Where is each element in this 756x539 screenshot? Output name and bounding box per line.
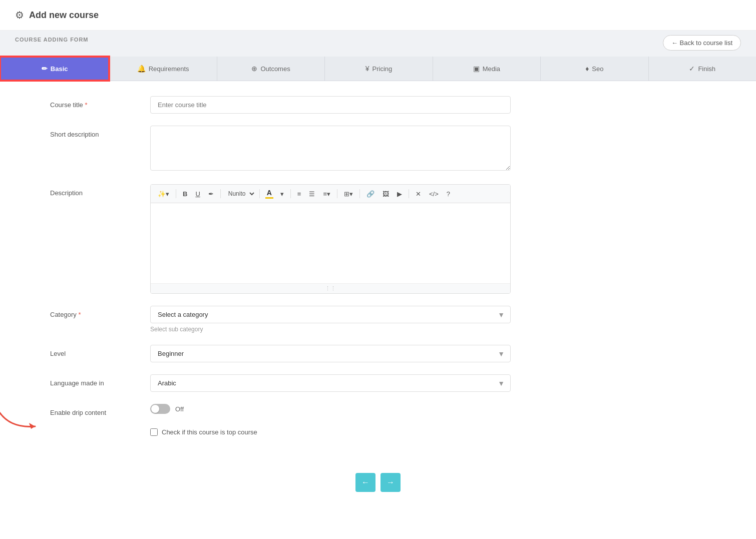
top-bar: ⚙ Add new course: [0, 0, 756, 31]
language-select-wrapper: Arabic English French ▼: [150, 374, 511, 392]
toolbar-sep-1: [176, 189, 176, 198]
toolbar-media-btn[interactable]: ▶: [394, 188, 405, 200]
toolbar-color-arrow-btn[interactable]: ▾: [277, 188, 287, 200]
toolbar-source-btn[interactable]: </>: [426, 188, 442, 200]
course-title-row: Course title *: [50, 96, 586, 114]
toolbar-bold-btn[interactable]: B: [180, 188, 190, 200]
short-description-input[interactable]: [150, 126, 511, 171]
tab-seo-label: Seo: [592, 65, 603, 73]
tab-pricing[interactable]: ¥ Pricing: [325, 57, 433, 81]
toolbar-help-btn[interactable]: ?: [444, 188, 453, 200]
drip-toggle-label: Off: [175, 405, 184, 413]
toolbar-magic-btn[interactable]: ✨▾: [155, 188, 172, 200]
toolbar-link-btn[interactable]: 🔗: [363, 188, 377, 200]
media-icon: ▣: [473, 65, 480, 73]
rich-resize-handle[interactable]: ⋮⋮: [151, 283, 510, 293]
category-field: Select a category ▼ Select sub category: [150, 306, 511, 333]
tab-outcomes-label: Outcomes: [260, 65, 290, 73]
toolbar-sep-2: [220, 189, 221, 198]
language-select[interactable]: Arabic English French: [150, 374, 511, 392]
tab-basic[interactable]: ✏ Basic: [0, 57, 109, 81]
rich-toolbar: ✨▾ B U ✒ Nunito A ▾ ≡: [151, 185, 510, 203]
tab-requirements-label: Requirements: [149, 65, 189, 73]
language-field: Arabic English French ▼: [150, 374, 511, 392]
outcomes-icon: ⊕: [251, 65, 257, 73]
required-marker-cat: *: [78, 311, 81, 318]
prev-nav-icon: ←: [361, 478, 369, 487]
drip-content-toggle[interactable]: [150, 404, 170, 414]
tab-outcomes[interactable]: ⊕ Outcomes: [217, 57, 325, 81]
seo-icon: ♦: [585, 65, 589, 73]
prev-nav-button[interactable]: ←: [355, 473, 375, 492]
level-label: Level: [50, 345, 150, 357]
bottom-nav-buttons: ← →: [0, 463, 756, 507]
course-icon: ⚙: [15, 9, 24, 21]
level-select[interactable]: Beginner Intermediate Advanced: [150, 345, 511, 362]
level-select-wrapper: Beginner Intermediate Advanced ▼: [150, 345, 511, 362]
toolbar-image-btn[interactable]: 🖼: [380, 188, 392, 200]
toolbar-table-btn[interactable]: ⊞▾: [341, 188, 356, 200]
toolbar-underline-btn[interactable]: U: [192, 188, 203, 200]
required-marker: *: [85, 101, 87, 109]
tab-requirements[interactable]: 🔔 Requirements: [109, 57, 217, 81]
rich-editor-content[interactable]: [151, 203, 510, 283]
description-label: Description: [50, 184, 150, 197]
rich-editor: ✨▾ B U ✒ Nunito A ▾ ≡: [150, 184, 511, 294]
toolbar-sep-3: [259, 189, 260, 198]
toolbar-sep-6: [359, 189, 360, 198]
back-to-course-list-button[interactable]: ← Back to course list: [663, 35, 741, 51]
toolbar-ol-btn[interactable]: ☰: [306, 188, 318, 200]
toolbar-color-btn[interactable]: A: [263, 188, 275, 200]
page-title: Add new course: [29, 10, 99, 21]
category-label: Category *: [50, 306, 150, 318]
drip-toggle-row: Off: [150, 404, 511, 414]
top-course-checkbox[interactable]: [150, 428, 158, 436]
drip-content-label: Enable drip content: [50, 404, 150, 416]
next-nav-icon: →: [387, 478, 395, 487]
tab-media-label: Media: [483, 65, 500, 73]
short-description-label: Short description: [50, 126, 150, 138]
course-title-input[interactable]: [150, 96, 511, 114]
language-label: Language made in: [50, 374, 150, 387]
toolbar-ul-btn[interactable]: ≡: [294, 188, 304, 200]
category-select-wrapper: Select a category ▼: [150, 306, 511, 323]
top-course-row: Check if this course is top course: [50, 428, 586, 436]
toolbar-fullscreen-btn[interactable]: ✕: [413, 188, 424, 200]
tab-seo[interactable]: ♦ Seo: [541, 57, 648, 81]
toolbar-pen-btn[interactable]: ✒: [205, 188, 217, 200]
finish-icon: ✓: [689, 65, 695, 73]
next-nav-button[interactable]: →: [381, 473, 401, 492]
course-title-field: [150, 96, 511, 114]
annotation-arrow: [0, 399, 50, 434]
course-title-label: Course title *: [50, 96, 150, 109]
drip-content-field: Off: [150, 404, 511, 414]
drip-content-row: Enable drip content Off: [50, 404, 586, 416]
short-description-row: Short description: [50, 126, 586, 172]
tab-pricing-label: Pricing: [372, 65, 393, 73]
top-course-label-spacer: [50, 428, 150, 433]
toolbar-sep-7: [409, 189, 409, 198]
pricing-icon: ¥: [365, 65, 369, 73]
section-header-bar: COURSE ADDING FORM ← Back to course list: [0, 31, 756, 57]
tab-finish[interactable]: ✓ Finish: [649, 57, 756, 81]
language-row: Language made in Arabic English French ▼: [50, 374, 586, 392]
top-course-field: Check if this course is top course: [150, 428, 511, 436]
top-course-checkbox-label: Check if this course is top course: [162, 428, 257, 436]
top-course-checkbox-row: Check if this course is top course: [150, 428, 511, 436]
basic-icon: ✏: [42, 65, 48, 73]
toolbar-align-btn[interactable]: ≡▾: [320, 188, 333, 200]
form-section-label: COURSE ADDING FORM: [15, 37, 89, 43]
svg-marker-0: [29, 423, 35, 429]
color-bar: [265, 197, 273, 199]
short-description-field: [150, 126, 511, 172]
toolbar-font-select[interactable]: Nunito: [224, 188, 256, 199]
category-row: Category * Select a category ▼ Select su…: [50, 306, 586, 333]
toggle-knob: [151, 405, 159, 413]
tab-basic-label: Basic: [51, 65, 68, 73]
toolbar-sep-4: [290, 189, 291, 198]
form-body: Course title * Short description Descrip…: [0, 81, 601, 463]
category-select[interactable]: Select a category: [150, 306, 511, 323]
sub-category-hint: Select sub category: [150, 326, 511, 333]
level-row: Level Beginner Intermediate Advanced ▼: [50, 345, 586, 362]
tab-media[interactable]: ▣ Media: [433, 57, 541, 81]
